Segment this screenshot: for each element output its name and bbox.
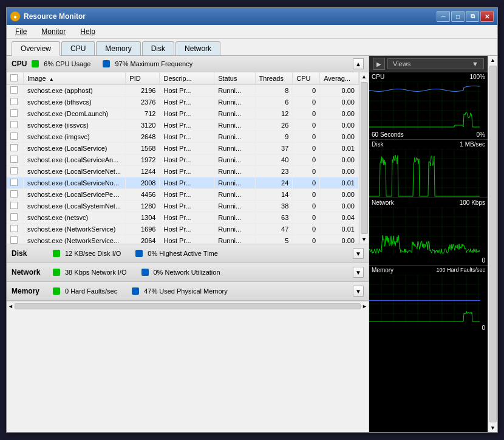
- row-checkbox[interactable]: [10, 132, 18, 140]
- cpu-usage-indicator: [32, 60, 39, 67]
- right-scroll-down[interactable]: ▼: [489, 424, 497, 432]
- select-all-checkbox[interactable]: [10, 74, 18, 81]
- scroll-thumb[interactable]: [361, 82, 368, 234]
- network-graph-max: 100 Kbps: [460, 199, 485, 206]
- table-cell: svchost.exe (imgsvc): [23, 131, 125, 143]
- cpu-usage-label: 6% CPU Usage: [44, 60, 90, 67]
- scroll-left-btn[interactable]: ◄: [8, 303, 13, 309]
- network-section-header[interactable]: Network 38 Kbps Network I/O 0% Network U…: [7, 263, 369, 282]
- row-checkbox[interactable]: [10, 213, 18, 221]
- tab-bar: Overview CPU Memory Disk Network: [7, 39, 497, 56]
- row-checkbox[interactable]: [10, 190, 18, 198]
- right-scroll-up[interactable]: ▲: [489, 56, 497, 64]
- table-cell: 26: [255, 120, 293, 131]
- bottom-scrollbar[interactable]: ◄ ►: [7, 301, 369, 311]
- right-nav-prev[interactable]: ▶: [373, 58, 385, 70]
- menu-file[interactable]: File: [12, 26, 30, 37]
- scroll-down-btn[interactable]: ▼: [360, 235, 368, 244]
- cpu-graph-canvas: [369, 81, 480, 130]
- row-checkbox[interactable]: [10, 156, 18, 163]
- row-checkbox[interactable]: [10, 144, 18, 151]
- table-cell: Runni...: [214, 212, 255, 224]
- menu-help[interactable]: Help: [77, 26, 99, 37]
- scroll-right-btn[interactable]: ►: [362, 303, 367, 309]
- table-row[interactable]: svchost.exe (LocalServiceNo...2008Host P…: [7, 177, 359, 189]
- table-row[interactable]: svchost.exe (LocalServiceAn...1972Host P…: [7, 154, 359, 166]
- tab-cpu[interactable]: CPU: [61, 41, 95, 55]
- table-cell: 0: [293, 201, 320, 212]
- network-expand-button[interactable]: ▼: [353, 267, 364, 278]
- table-cell: 0.00: [320, 85, 359, 97]
- col-header-status[interactable]: Status: [214, 72, 255, 85]
- minimize-button[interactable]: ─: [437, 11, 450, 22]
- table-cell: Host Pr...: [160, 120, 214, 131]
- row-checkbox[interactable]: [10, 109, 18, 117]
- table-cell: Runni...: [214, 201, 255, 212]
- table-cell: 0.00: [320, 154, 359, 166]
- table-row[interactable]: svchost.exe (LocalSystemNet...1280Host P…: [7, 201, 359, 212]
- table-row[interactable]: svchost.exe (iissvcs)3120Host Pr...Runni…: [7, 120, 359, 131]
- table-cell: 0.00: [320, 235, 359, 244]
- h-scroll-thumb[interactable]: [15, 303, 361, 309]
- tab-disk[interactable]: Disk: [142, 41, 174, 55]
- table-row[interactable]: svchost.exe (netsvc)1304Host Pr...Runni.…: [7, 212, 359, 224]
- row-checkbox[interactable]: [10, 236, 18, 244]
- table-row[interactable]: svchost.exe (NetworkService...2064Host P…: [7, 235, 359, 244]
- row-checkbox[interactable]: [10, 179, 18, 186]
- disk-section-header[interactable]: Disk 12 KB/sec Disk I/O 0% Highest Activ…: [7, 244, 369, 263]
- cpu-expand-button[interactable]: ▲: [353, 58, 364, 69]
- row-checkbox[interactable]: [10, 225, 18, 232]
- cpu-section-header[interactable]: CPU 6% CPU Usage 97% Maximum Frequency ▲: [7, 56, 369, 72]
- right-scrollbar[interactable]: ▲ ▼: [488, 56, 497, 432]
- table-row[interactable]: svchost.exe (bthsvcs)2376Host Pr...Runni…: [7, 97, 359, 108]
- table-cell: svchost.exe (bthsvcs): [23, 97, 125, 108]
- table-row[interactable]: svchost.exe (LocalServicePee...4456Host …: [7, 189, 359, 201]
- table-cell: 4456: [126, 189, 160, 201]
- col-header-desc[interactable]: Descrip...: [160, 72, 214, 85]
- row-checkbox[interactable]: [10, 86, 18, 94]
- tab-network[interactable]: Network: [175, 41, 220, 55]
- table-row[interactable]: svchost.exe (LocalService)1568Host Pr...…: [7, 143, 359, 154]
- network-stat1: 38 Kbps Network I/O: [65, 269, 127, 276]
- table-cell: 0: [293, 120, 320, 131]
- col-header-image[interactable]: Image ▲: [23, 72, 125, 85]
- left-panel: CPU 6% CPU Usage 97% Maximum Frequency ▲: [7, 56, 369, 432]
- table-cell: svchost.exe (apphost): [23, 85, 125, 97]
- col-header-pid[interactable]: PID: [126, 72, 160, 85]
- table-row[interactable]: svchost.exe (DcomLaunch)712Host Pr...Run…: [7, 108, 359, 120]
- cpu-freq-indicator: [103, 60, 110, 67]
- disk-expand-button[interactable]: ▼: [353, 248, 364, 259]
- table-cell: Host Pr...: [160, 177, 214, 189]
- cpu-scrollbar[interactable]: ▲ ▼: [359, 72, 369, 244]
- row-checkbox[interactable]: [10, 121, 18, 128]
- right-scroll-thumb[interactable]: [489, 66, 497, 422]
- col-header-cpu[interactable]: CPU: [293, 72, 320, 85]
- col-header-check[interactable]: [7, 72, 23, 85]
- cpu-table: Image ▲ PID Descrip... Status Threads CP…: [7, 72, 359, 244]
- menu-monitor[interactable]: Monitor: [38, 26, 69, 37]
- table-row[interactable]: svchost.exe (NetworkService)1696Host Pr.…: [7, 224, 359, 235]
- maximize-button[interactable]: □: [451, 11, 465, 22]
- window-controls: ─ □ ⧉ ✕: [437, 11, 494, 22]
- table-row[interactable]: svchost.exe (apphost)2196Host Pr...Runni…: [7, 85, 359, 97]
- table-cell: 63: [255, 212, 293, 224]
- row-checkbox[interactable]: [10, 202, 18, 209]
- table-row[interactable]: svchost.exe (LocalServiceNet...1244Host …: [7, 166, 359, 177]
- close-button[interactable]: ✕: [480, 11, 494, 22]
- tab-memory[interactable]: Memory: [96, 41, 140, 55]
- disk-graph-max: 1 MB/sec: [460, 141, 485, 148]
- row-checkbox[interactable]: [10, 98, 18, 105]
- col-header-threads[interactable]: Threads: [255, 72, 293, 85]
- memory-section-header[interactable]: Memory 0 Hard Faults/sec 47% Used Physic…: [7, 282, 369, 301]
- col-header-avg[interactable]: Averag...: [320, 72, 359, 85]
- table-cell: 2008: [126, 177, 160, 189]
- tab-overview[interactable]: Overview: [12, 41, 60, 56]
- memory-expand-button[interactable]: ▼: [353, 286, 364, 297]
- table-cell: svchost.exe (NetworkService): [23, 224, 125, 235]
- views-button[interactable]: Views ▼: [387, 58, 484, 69]
- scroll-up-btn[interactable]: ▲: [360, 72, 368, 81]
- restore-button[interactable]: ⧉: [466, 11, 479, 22]
- table-row[interactable]: svchost.exe (imgsvc)2648Host Pr...Runni.…: [7, 131, 359, 143]
- main-window: ● Resource Monitor ─ □ ⧉ ✕ File Monitor …: [6, 7, 498, 433]
- row-checkbox[interactable]: [10, 167, 18, 174]
